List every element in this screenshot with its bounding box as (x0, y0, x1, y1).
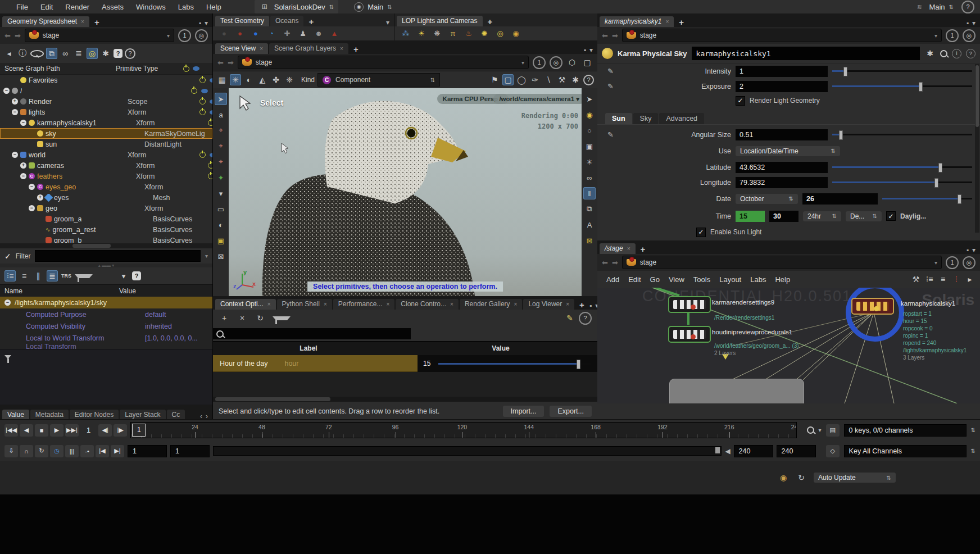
collapse-icon[interactable]: − (29, 184, 35, 190)
visibility-icon[interactable] (210, 153, 212, 157)
snap-icon[interactable]: ✳ (230, 74, 241, 85)
sun-icon[interactable]: ☀ (416, 28, 427, 39)
option-slider[interactable] (438, 363, 592, 365)
link-badge[interactable]: 1 (533, 56, 546, 69)
option-value[interactable]: 15 (423, 360, 430, 367)
tree-row-cameras[interactable]: +camerasXform (0, 160, 212, 171)
tree-row--[interactable]: −/ (0, 85, 212, 96)
link-badge[interactable]: 1 (946, 29, 959, 42)
tab-advanced[interactable]: Advanced (659, 113, 704, 124)
pose-icon[interactable]: ⌖ (215, 140, 227, 152)
prop-row-Computed-Purpose[interactable]: Computed Purposedefault (0, 308, 212, 320)
prop-row-Local-Transform[interactable]: Local Transform (0, 344, 212, 349)
latitude-slider[interactable] (832, 166, 972, 168)
row-view-icon[interactable]: ≣ (47, 270, 58, 281)
test-sphere-icon[interactable]: ● (250, 28, 261, 39)
memory-icon[interactable]: ◉ (778, 472, 789, 483)
realtime-clock-icon[interactable]: ◷ (50, 445, 63, 457)
expand-icon[interactable]: + (12, 98, 18, 105)
tab-python-shell[interactable]: Python Shell× (277, 299, 332, 310)
collapse-icon[interactable]: − (12, 109, 18, 115)
view-lock-icon[interactable]: a (215, 108, 227, 121)
path-dropdown[interactable]: stage ▾ (25, 29, 174, 42)
forward-arrow-icon[interactable]: ➡ (612, 258, 618, 267)
net-menu-tools[interactable]: Tools (689, 274, 715, 285)
burst-icon[interactable]: ✺ (479, 28, 490, 39)
tree-view-icon[interactable]: ⁝≡ (4, 270, 16, 281)
pin-icon[interactable]: ◎ (963, 256, 976, 269)
link-badge[interactable]: 1 (178, 29, 191, 42)
timezone-dropdown[interactable]: De...⇅ (846, 211, 882, 221)
pane-menu-icon[interactable]: ▾ (205, 19, 208, 27)
forward-arrow-icon[interactable]: ➡ (15, 31, 21, 40)
visibility-icon[interactable] (210, 78, 212, 83)
visibility-icon[interactable] (210, 99, 212, 104)
net-menu-add[interactable]: Add (602, 274, 624, 285)
info-icon[interactable]: ⓘ (17, 48, 28, 59)
path-dropdown[interactable]: stage ▾ (238, 56, 529, 69)
power-icon[interactable] (208, 162, 212, 169)
right-pane-selector[interactable]: ≋Main⇅ (914, 1, 954, 12)
flag-icon[interactable]: ⚑ (489, 74, 500, 85)
jump-start-button[interactable]: |◀◀ (4, 424, 18, 437)
range-end-icon[interactable]: ▶| (111, 445, 124, 457)
tree-row-Render[interactable]: +RenderScope (0, 96, 212, 107)
minute-field[interactable]: 30 (769, 211, 798, 222)
dolly-icon[interactable]: ⁂ (400, 28, 411, 39)
range-start-field[interactable]: 1 (128, 445, 167, 457)
tab-karmaphysicalsky1[interactable]: karmaphysicalsky1× (600, 16, 674, 27)
close-icon[interactable]: × (514, 301, 518, 307)
back-arrow-icon[interactable]: ⬅ (602, 31, 608, 40)
node-karmarendersettings9[interactable] (668, 296, 711, 313)
menu-file[interactable]: File (10, 2, 34, 12)
zoom-timeline-icon[interactable] (807, 426, 814, 434)
close-icon[interactable]: × (260, 46, 263, 52)
pointer-icon[interactable]: ➤ (583, 93, 596, 105)
power-icon[interactable] (199, 109, 206, 115)
dome-light-icon[interactable]: ◉ (510, 28, 521, 39)
prev-frame-button[interactable]: ◀| (98, 424, 112, 437)
latitude-field[interactable]: 43.6532 (736, 162, 828, 173)
rubber-toy-icon[interactable]: ● (234, 28, 246, 39)
filter-check-icon[interactable]: ✓ (4, 252, 11, 261)
power-icon[interactable] (208, 173, 212, 179)
render-light-geometry-checkbox[interactable]: ✓ (736, 96, 745, 106)
range-start-icon[interactable]: |◀ (96, 445, 109, 457)
pin-icon[interactable]: ◎ (963, 29, 976, 42)
network-canvas[interactable]: CONFIDENTIAL H20.0.501 Solaris karmarend… (597, 288, 980, 403)
eye-icon[interactable]: ◉ (583, 108, 596, 121)
range-slider[interactable] (213, 446, 722, 456)
new-tab-button[interactable]: + (350, 44, 362, 54)
kind-dropdown[interactable]: C Component ⇅ (317, 73, 440, 87)
tab-stage[interactable]: /stage× (600, 243, 636, 254)
chevron-down-icon[interactable]: ▾ (819, 427, 822, 433)
filter-funnel-icon[interactable] (75, 274, 93, 278)
traffic-light-icon[interactable]: ⁞ (951, 274, 962, 285)
tree-row-eyes[interactable]: +eyesMesh (0, 192, 212, 203)
month-dropdown[interactable]: October⇅ (736, 194, 798, 204)
forward-arrow-icon[interactable]: ➡ (612, 31, 618, 40)
list-view-icon[interactable]: ≡ (19, 270, 30, 281)
search-plus-icon[interactable] (30, 50, 44, 57)
pane-maximize-icon[interactable]: ▪ (967, 19, 969, 27)
text-image-icon[interactable]: A (583, 219, 596, 231)
jump-end-button[interactable]: ▶▶| (65, 424, 79, 437)
loop-icon[interactable]: ↻ (35, 445, 48, 457)
search-input[interactable] (213, 328, 411, 339)
expand-icon[interactable]: + (20, 162, 26, 169)
menu-windows[interactable]: Windows (130, 2, 172, 12)
cross-icon[interactable]: ✚ (282, 28, 293, 39)
trash-icon[interactable]: ⊠ (215, 250, 227, 262)
gear-icon[interactable]: ✱ (924, 48, 936, 59)
power-icon[interactable] (199, 98, 206, 105)
chevron-down-icon[interactable]: ▾ (205, 253, 208, 259)
param-vscrollbar[interactable] (975, 64, 979, 233)
tree-row-lights[interactable]: −lightsXform (0, 107, 212, 117)
menu-render[interactable]: Render (59, 2, 96, 12)
close-icon[interactable]: × (627, 246, 630, 252)
new-tab-button[interactable]: + (675, 17, 688, 27)
prop-row-Computed-Visibility[interactable]: Computed Visibilityinherited (0, 320, 212, 332)
col-label[interactable]: Label (213, 344, 404, 352)
dash-icon[interactable]: -• (80, 445, 94, 457)
help-icon[interactable]: ? (125, 48, 135, 59)
